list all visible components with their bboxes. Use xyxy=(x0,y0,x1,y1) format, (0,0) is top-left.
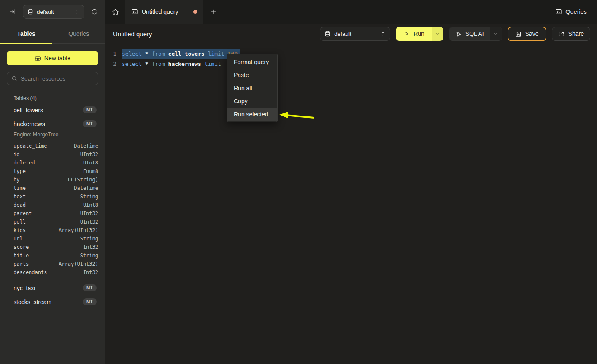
selected-query-text: select * from cell_towers limit 100 xyxy=(122,49,240,59)
sql-keyword: select xyxy=(122,51,145,57)
tabstrip: Untitled query xyxy=(105,0,224,24)
save-icon xyxy=(515,31,521,37)
play-icon xyxy=(403,31,409,37)
column-type: DateTime xyxy=(74,143,98,149)
column-list: update_timeDateTime idUInt32 deletedUInt… xyxy=(7,142,98,281)
column-type: Array(UInt32) xyxy=(59,227,98,233)
new-table-button[interactable]: New table xyxy=(7,51,98,65)
sql-keyword: limit xyxy=(208,51,228,57)
sql-table-name: hackernews xyxy=(168,61,205,67)
topbar-right-section: Queries xyxy=(555,0,597,24)
sql-editor[interactable]: 1 select * from cell_towers limit 100 2 … xyxy=(105,44,597,69)
table-item-cell-towers[interactable]: cell_towers MT xyxy=(7,103,98,117)
engine-label: Engine: MergeTree xyxy=(14,132,98,138)
column-name: type xyxy=(14,168,26,174)
menu-item-paste[interactable]: Paste xyxy=(227,68,277,81)
query-text: select * from hackernews limit xyxy=(122,59,221,69)
active-tab-underline xyxy=(0,43,52,44)
menu-item-format-query[interactable]: Format query xyxy=(227,55,277,68)
column-type: UInt32 xyxy=(80,151,98,157)
column-name: id xyxy=(14,151,19,157)
column-row: pollUInt32 xyxy=(14,218,98,226)
engine-badge: MT xyxy=(83,120,97,127)
database-icon xyxy=(324,31,330,37)
column-name: dead xyxy=(14,202,26,208)
column-row: kidsArray(UInt32) xyxy=(14,226,98,235)
topbar: default Untitled query xyxy=(0,0,597,24)
search-resources-input[interactable] xyxy=(21,75,95,82)
column-name: url xyxy=(14,236,23,242)
topbar-left-section: default xyxy=(0,0,105,24)
column-row: partsArray(UInt32) xyxy=(14,260,98,268)
column-type: UInt8 xyxy=(83,160,98,166)
column-type: Int32 xyxy=(83,270,98,275)
column-name: score xyxy=(14,244,29,250)
editor-line-2[interactable]: 2 select * from hackernews limit xyxy=(105,59,597,69)
annotation-arrow-left xyxy=(278,110,316,122)
column-row: typeEnum8 xyxy=(14,167,98,175)
column-name: update_time xyxy=(14,143,47,149)
table-name: cell_towers xyxy=(14,107,43,113)
menu-item-run-all[interactable]: Run all xyxy=(227,81,277,94)
column-type: UInt32 xyxy=(80,219,98,225)
table-grid-icon xyxy=(35,55,41,62)
sidebar-tab-queries[interactable]: Queries xyxy=(53,24,105,43)
column-name: poll xyxy=(14,219,26,225)
queries-button-label: Queries xyxy=(565,8,587,15)
column-name: text xyxy=(14,194,26,200)
column-name: title xyxy=(14,253,29,259)
collapse-sidebar-button[interactable] xyxy=(8,8,17,16)
table-item-hackernews[interactable]: hackernews MT xyxy=(7,117,98,131)
terminal-icon xyxy=(555,8,562,15)
table-item-stocks-stream[interactable]: stocks_stream MT xyxy=(7,295,98,309)
column-type: String xyxy=(80,253,98,259)
column-row: parentUInt32 xyxy=(14,209,98,218)
new-tab-button[interactable] xyxy=(203,0,224,24)
line-number: 2 xyxy=(105,59,116,69)
toolbar-database-value: default xyxy=(334,31,376,37)
queries-button[interactable]: Queries xyxy=(555,8,587,15)
query-toolbar: default Run xyxy=(320,27,590,41)
editor-line-1[interactable]: 1 select * from cell_towers limit 100 xyxy=(105,49,597,59)
sql-ai-caret[interactable] xyxy=(490,27,502,40)
share-export-icon xyxy=(558,31,565,37)
menu-item-copy[interactable]: Copy xyxy=(227,94,277,108)
sparkles-icon xyxy=(455,31,462,37)
tab-untitled-query[interactable]: Untitled query xyxy=(125,0,203,24)
share-button[interactable]: Share xyxy=(552,27,590,41)
column-row: deletedUInt8 xyxy=(14,159,98,167)
main-area: Untitled query default Run xyxy=(105,24,597,364)
chevron-down-icon xyxy=(435,31,440,36)
tables-section-label: Tables (4) xyxy=(14,95,98,101)
column-row: deadUInt8 xyxy=(14,201,98,209)
line-number: 1 xyxy=(105,49,116,59)
column-name: parts xyxy=(14,261,29,267)
sidebar-tabs: Tables Queries xyxy=(0,24,105,44)
toolbar-database-selector[interactable]: default xyxy=(320,27,390,41)
sidebar-tab-tables[interactable]: Tables xyxy=(0,24,53,43)
new-table-button-label: New table xyxy=(44,55,70,62)
column-name: kids xyxy=(14,227,26,233)
column-type: String xyxy=(80,236,98,242)
column-type: DateTime xyxy=(74,185,98,191)
home-tab[interactable] xyxy=(105,0,125,24)
home-icon xyxy=(112,8,119,16)
plus-icon xyxy=(210,8,217,15)
sql-operator: * xyxy=(145,61,152,67)
run-button[interactable]: Run xyxy=(396,27,432,41)
run-options-caret[interactable] xyxy=(432,27,443,41)
engine-badge: MT xyxy=(83,298,97,305)
refresh-button[interactable] xyxy=(90,8,99,16)
sql-ai-button[interactable]: SQL AI xyxy=(449,27,490,40)
save-button[interactable]: Save xyxy=(508,27,546,41)
table-item-nyc-taxi[interactable]: nyc_taxi MT xyxy=(7,281,98,295)
sidebar-collapse-icon xyxy=(9,8,16,15)
column-row: urlString xyxy=(14,235,98,243)
save-button-label: Save xyxy=(525,30,539,37)
sidebar: Tables Queries New table Tables (4) cell… xyxy=(0,24,105,364)
topbar-database-selector[interactable]: default xyxy=(23,5,84,19)
menu-item-run-selected[interactable]: Run selected xyxy=(227,108,277,121)
database-icon xyxy=(27,9,33,15)
table-name: stocks_stream xyxy=(14,299,51,305)
database-selector-value: default xyxy=(37,9,71,15)
